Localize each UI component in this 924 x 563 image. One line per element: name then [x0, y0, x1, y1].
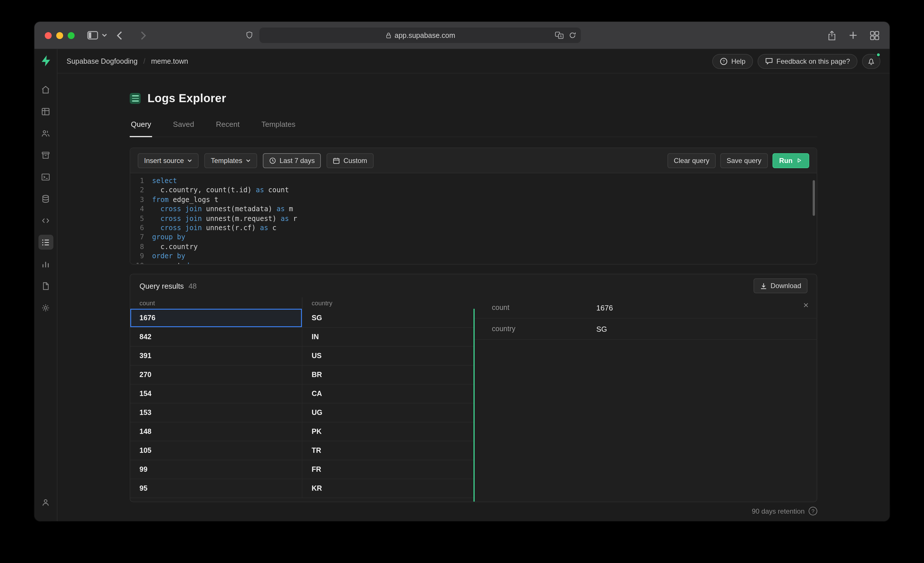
cell-count[interactable]: 148	[130, 422, 303, 441]
sidebar-item-table-editor[interactable]	[38, 104, 53, 119]
sidebar-item-auth[interactable]	[38, 126, 53, 141]
notifications-button[interactable]	[862, 54, 880, 69]
sql-editor[interactable]: 1select2 c.country, count(t.id) as count…	[130, 173, 817, 264]
cell-country[interactable]: SG	[303, 309, 474, 327]
save-query-button[interactable]: Save query	[720, 153, 768, 168]
speech-bubble-icon	[765, 57, 773, 65]
cell-count[interactable]: 99	[130, 460, 303, 479]
cell-count[interactable]: 1676	[130, 309, 303, 327]
forward-button-icon[interactable]	[141, 31, 146, 40]
cell-country[interactable]: PK	[303, 422, 474, 441]
privacy-shield-icon[interactable]	[245, 30, 254, 40]
detail-fields: count1676countrySG	[475, 297, 817, 340]
cell-count[interactable]: 153	[130, 404, 303, 422]
code-line-text: select	[152, 176, 177, 186]
sidebar-item-database[interactable]	[38, 191, 53, 206]
sidebar-item-reports[interactable]	[38, 257, 53, 272]
column-header-country[interactable]: country	[303, 297, 474, 309]
close-window-button[interactable]	[45, 32, 52, 39]
sidebar-item-storage[interactable]	[38, 147, 53, 162]
column-header-count[interactable]: count	[130, 297, 303, 309]
detail-field-label: country	[492, 325, 596, 333]
user-icon	[41, 497, 51, 507]
cell-count[interactable]: 95	[130, 479, 303, 498]
code-line-text: cross join unnest(metadata) as m	[152, 204, 293, 214]
cell-count[interactable]: 270	[130, 366, 303, 384]
file-icon	[41, 281, 51, 291]
line-number: 4	[130, 204, 152, 214]
translate-icon[interactable]: A	[555, 32, 564, 39]
back-button-icon[interactable]	[117, 31, 122, 40]
new-tab-icon[interactable]	[849, 30, 857, 41]
line-number: 3	[130, 195, 152, 204]
cell-count[interactable]: 105	[130, 441, 303, 460]
url-text: app.supabase.com	[394, 31, 455, 39]
users-icon	[41, 128, 51, 138]
close-detail-button[interactable]: ×	[803, 301, 808, 310]
share-icon[interactable]	[828, 30, 836, 41]
help-button[interactable]: ? Help	[712, 54, 753, 69]
sidebar-item-sql-editor[interactable]	[38, 169, 53, 184]
insert-source-button[interactable]: Insert source	[138, 153, 199, 168]
breadcrumb-project[interactable]: Supabase Dogfooding	[67, 57, 138, 65]
editor-scrollbar[interactable]	[813, 180, 815, 216]
cell-country[interactable]: CA	[303, 384, 474, 403]
cell-count[interactable]: 842	[130, 328, 303, 346]
table-row: 154CA	[130, 384, 474, 404]
tab-templates[interactable]: Templates	[260, 120, 297, 137]
cell-country[interactable]: TR	[303, 441, 474, 460]
feedback-label: Feedback on this page?	[777, 57, 850, 65]
sidebar-item-logs[interactable]	[38, 235, 53, 250]
sidebar-item-home[interactable]	[38, 82, 53, 97]
templates-button[interactable]: Templates	[205, 153, 257, 168]
tab-overview-icon[interactable]	[870, 30, 879, 41]
line-number: 7	[130, 233, 152, 242]
line-number: 6	[130, 223, 152, 233]
sidebar-item-api[interactable]	[38, 213, 53, 228]
page-content: Logs Explorer QuerySavedRecentTemplates …	[57, 74, 890, 521]
code-line-text: from edge_logs t	[152, 195, 218, 204]
feedback-button[interactable]: Feedback on this page?	[758, 54, 857, 69]
run-query-button[interactable]: Run	[772, 153, 809, 168]
table-row: 391US	[130, 347, 474, 366]
cell-country[interactable]: BR	[303, 366, 474, 384]
line-number: 10	[130, 261, 152, 264]
sidebar-chevron-icon[interactable]	[102, 33, 107, 37]
breadcrumb-page[interactable]: meme.town	[151, 57, 188, 65]
tab-recent[interactable]: Recent	[215, 120, 241, 137]
query-toolbar: Insert source Templates Last 7 days	[130, 148, 817, 173]
sidebar-item-docs[interactable]	[38, 278, 53, 293]
code-line-text: count desc	[152, 261, 202, 264]
tab-saved[interactable]: Saved	[172, 120, 195, 137]
cell-country[interactable]: IN	[303, 328, 474, 346]
run-label: Run	[779, 156, 793, 164]
app-main: Supabase Dogfooding / meme.town ? Help F…	[57, 50, 890, 521]
custom-range-button[interactable]: Custom	[327, 153, 374, 168]
zoom-window-button[interactable]	[68, 32, 75, 39]
minimize-window-button[interactable]	[56, 32, 63, 39]
cell-country[interactable]: FR	[303, 460, 474, 479]
reload-icon[interactable]	[569, 32, 576, 39]
cell-country[interactable]: KR	[303, 479, 474, 498]
last-7-days-label: Last 7 days	[279, 156, 315, 164]
cell-country[interactable]: UG	[303, 404, 474, 422]
cell-count[interactable]: 154	[130, 384, 303, 403]
cell-count[interactable]: 391	[130, 347, 303, 365]
cell-country[interactable]: US	[303, 347, 474, 365]
logs-list-icon	[41, 237, 51, 247]
supabase-logo-icon[interactable]	[39, 54, 52, 67]
detail-field-value: SG	[596, 324, 607, 333]
sidebar-toggle-icon[interactable]	[87, 31, 98, 40]
tab-query[interactable]: Query	[130, 120, 152, 137]
sidebar-item-account[interactable]	[38, 495, 53, 510]
table-icon	[41, 107, 51, 116]
help-label: Help	[731, 57, 745, 65]
address-bar[interactable]: app.supabase.com A	[260, 27, 581, 43]
clear-query-button[interactable]: Clear query	[668, 153, 716, 168]
browser-window: app.supabase.com A	[34, 22, 890, 521]
sidebar-item-settings[interactable]	[38, 300, 53, 315]
line-number: 1	[130, 176, 152, 186]
download-button[interactable]: Download	[753, 278, 807, 293]
last-7-days-button[interactable]: Last 7 days	[263, 153, 321, 168]
retention-help-icon[interactable]: ?	[808, 507, 817, 515]
